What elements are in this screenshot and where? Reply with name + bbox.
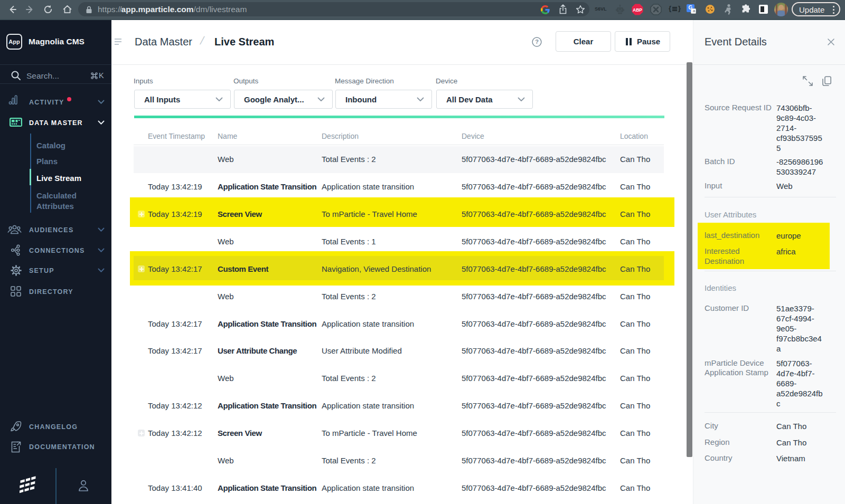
- svg-text:?: ?: [535, 39, 539, 45]
- svg-text:ABP: ABP: [633, 7, 642, 13]
